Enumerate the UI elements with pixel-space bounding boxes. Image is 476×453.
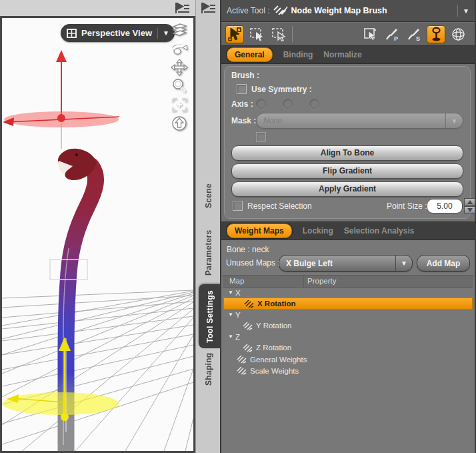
aim-icon[interactable] — [169, 115, 189, 132]
respect-selection-checkbox[interactable] — [233, 201, 243, 211]
tree-item-scale-weights[interactable]: Scale Weights — [223, 365, 473, 376]
tree-group-x[interactable]: ▼ X — [223, 288, 473, 298]
axis-y-radio[interactable] — [283, 99, 293, 109]
mask-dropdown[interactable]: None ▼ — [256, 113, 463, 129]
active-tool-name: Node Weight Map Brush — [291, 6, 457, 15]
tab-parameters[interactable]: Parameters — [198, 223, 219, 283]
active-tool-label: Active Tool : — [227, 6, 269, 15]
weight-map-icon — [244, 300, 254, 308]
zoom-icon[interactable] — [169, 77, 189, 95]
brush-group-box: Brush : Use Symmetry : Axis : Mask : Non… — [224, 66, 471, 219]
tree-item-general-weights[interactable]: General Weights — [223, 354, 473, 365]
weight-maps-content: Bone : neck Unused Maps : X Bulge Left ▼… — [221, 240, 475, 453]
weight-map-icon — [237, 366, 247, 375]
weight-map-tree: ▼ X X Rotation ▼ Y Y Rotation — [223, 288, 473, 376]
paint-brush-button[interactable]: P — [383, 25, 401, 43]
tab-locking[interactable]: Locking — [303, 226, 333, 236]
application-window: Perspective View ▼ — [0, 0, 476, 453]
tab-tool-settings[interactable]: Tool Settings — [199, 284, 221, 348]
collapse-triangle-icon[interactable]: ▼ — [228, 290, 233, 296]
weight-map-icon — [243, 344, 253, 352]
axis-label: Axis : — [231, 99, 253, 109]
weight-brush-icon — [272, 5, 288, 17]
brush-label: Brush : — [231, 71, 259, 80]
viewport-3d-canvas[interactable]: Perspective View ▼ — [0, 16, 195, 453]
divider — [457, 5, 458, 17]
group-label: Y — [235, 311, 241, 319]
flip-gradient-button[interactable]: Flip Gradient — [231, 163, 463, 179]
point-size-input[interactable] — [427, 199, 463, 213]
weight-map-icon — [243, 322, 253, 330]
chevron-down-icon[interactable]: ▼ — [463, 7, 469, 15]
apply-gradient-button[interactable]: Apply Gradient — [231, 181, 463, 197]
unused-maps-dropdown[interactable]: X Bulge Left ▼ — [279, 255, 413, 272]
tab-general[interactable]: General — [227, 47, 273, 62]
tab-weight-maps[interactable]: Weight Maps — [227, 223, 292, 238]
align-to-bone-button[interactable]: Align To Bone — [231, 145, 463, 161]
map-label: Z Rotation — [256, 344, 291, 352]
layers-icon[interactable] — [169, 21, 189, 39]
group-label: Z — [235, 333, 240, 341]
point-size-label: Point Size : — [387, 201, 427, 211]
viewport-scene — [2, 18, 193, 451]
viewport-pane-header — [0, 0, 195, 16]
node-selection-tool-button[interactable] — [225, 25, 244, 43]
geometry-selection-button[interactable] — [361, 25, 379, 43]
translation-gizmo-red[interactable] — [3, 50, 119, 149]
tree-group-y[interactable]: ▼ Y — [223, 310, 473, 320]
map-table-header: Map Property — [223, 275, 473, 288]
chevron-down-icon[interactable]: ▼ — [395, 256, 412, 271]
mask-label: Mask : — [231, 116, 256, 125]
map-label: Scale Weights — [250, 367, 299, 375]
use-symmetry-checkbox[interactable] — [237, 84, 247, 94]
tab-normalize[interactable]: Normalize — [323, 50, 361, 59]
tree-item-x-rotation[interactable]: X Rotation — [223, 298, 473, 310]
mask-value: None — [257, 116, 445, 125]
pane-options-menu-icon[interactable] — [199, 1, 217, 15]
smooth-brush-button[interactable]: S — [405, 25, 423, 43]
tab-shaping[interactable]: Shaping — [198, 347, 219, 391]
collapse-triangle-icon[interactable]: ▼ — [228, 312, 233, 318]
rect-node-selection-button[interactable] — [269, 25, 288, 43]
column-divider[interactable] — [303, 276, 304, 287]
chevron-down-icon[interactable]: ▼ — [445, 113, 463, 128]
collapse-triangle-icon[interactable]: ▼ — [228, 334, 233, 340]
point-size-down-button[interactable] — [464, 206, 475, 213]
use-symmetry-label: Use Symmetry : — [251, 85, 312, 94]
tree-item-z-rotation[interactable]: Z Rotation — [223, 342, 473, 354]
tree-item-y-rotation[interactable]: Y Rotation — [223, 320, 473, 332]
weight-maps-tab-bar: Weight Maps Locking Selection Analysis — [221, 221, 475, 240]
pane-tab-strip: Scene Parameters Tool Settings Shaping — [195, 0, 220, 453]
bone-gizmo-button[interactable] — [427, 25, 445, 43]
mask-option-checkbox[interactable] — [256, 132, 266, 142]
unused-maps-value: X Bulge Left — [279, 259, 395, 268]
viewport-pane: Perspective View ▼ — [0, 0, 195, 453]
viewport-nav-controls — [169, 21, 191, 132]
pane-options-menu-icon[interactable] — [173, 1, 191, 15]
svg-text:P: P — [394, 35, 398, 42]
map-label: X Rotation — [257, 300, 296, 308]
tool-tab-bar: General Binding Normalize — [221, 45, 475, 64]
orbit-icon[interactable] — [169, 40, 189, 57]
tab-binding[interactable]: Binding — [283, 50, 313, 59]
bone-label: Bone : neck — [227, 245, 269, 254]
axis-z-radio[interactable] — [309, 99, 319, 109]
group-label: X — [235, 289, 241, 297]
add-map-button[interactable]: Add Map — [417, 255, 470, 272]
pan-icon[interactable] — [169, 59, 189, 76]
view-selector-label: Perspective View — [81, 28, 152, 38]
marquee-node-selection-button[interactable] — [247, 25, 266, 43]
gradient-sphere-button[interactable] — [449, 25, 467, 43]
tab-scene[interactable]: Scene — [198, 175, 219, 217]
view-selector[interactable]: Perspective View ▼ — [61, 24, 175, 42]
point-size-up-button[interactable] — [464, 198, 475, 205]
frame-icon[interactable] — [169, 96, 189, 113]
chevron-down-icon[interactable]: ▼ — [163, 29, 169, 37]
respect-selection-label: Respect Selection — [247, 201, 312, 211]
tab-selection-analysis[interactable]: Selection Analysis — [344, 226, 415, 236]
ground-grid — [2, 290, 193, 451]
column-map: Map — [229, 277, 244, 285]
map-label: Y Rotation — [256, 322, 292, 330]
tree-group-z[interactable]: ▼ Z — [223, 332, 473, 342]
axis-x-radio[interactable] — [256, 99, 266, 109]
